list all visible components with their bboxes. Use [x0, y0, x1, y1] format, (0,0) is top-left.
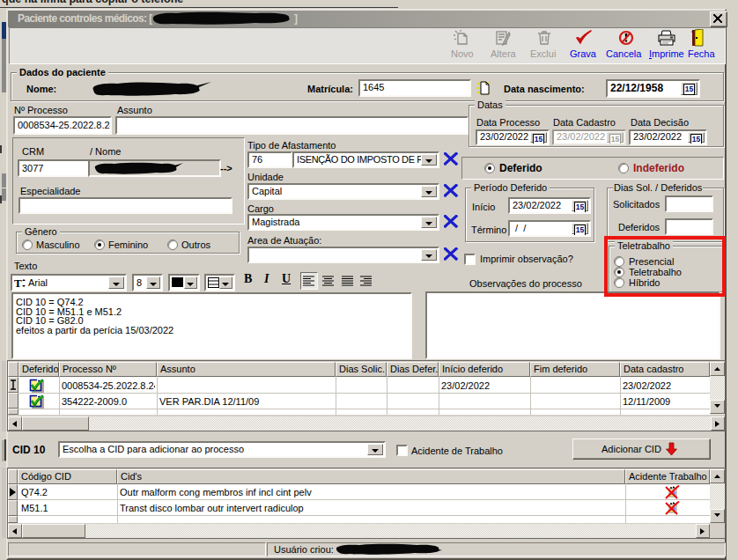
svg-text:T: T: [14, 277, 22, 289]
